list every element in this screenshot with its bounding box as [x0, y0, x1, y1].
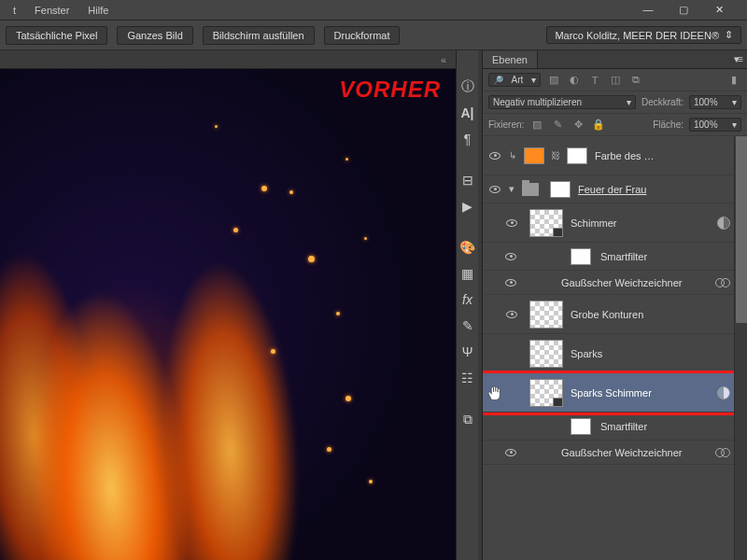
menu-item-0[interactable]: t	[4, 2, 25, 19]
layer-name[interactable]: Grobe Konturen	[571, 309, 643, 320]
layer-name[interactable]: Schimmer	[571, 217, 617, 229]
mask-thumb[interactable]	[550, 181, 571, 198]
layer-list[interactable]: ↳ ⛓ Farbe des … ▾ Feuer der Frau Schimme…	[483, 136, 747, 560]
fit-screen-button[interactable]: Ganzes Bild	[117, 26, 192, 45]
document-canvas[interactable]: VORHER	[0, 69, 456, 560]
flames-artwork	[0, 69, 456, 560]
layer-row-group-feuer[interactable]: ▾ Feuer der Frau	[483, 175, 747, 203]
filter-mask-thumb[interactable]	[571, 418, 591, 435]
layer-row-sparks[interactable]: Sparks	[483, 334, 747, 373]
swatches-icon[interactable]: ▦	[459, 265, 476, 282]
spark	[271, 349, 275, 354]
blend-options-icon[interactable]	[715, 278, 730, 287]
filter-pixel-icon[interactable]: ▨	[546, 73, 561, 88]
blendmode-combo[interactable]: Negativ multiplizieren ▾	[488, 95, 636, 109]
layer-name[interactable]: Farbe des …	[595, 150, 655, 161]
filter-shape-icon[interactable]: ◫	[608, 73, 623, 88]
layer-row-grobe[interactable]: Grobe Konturen	[483, 295, 747, 334]
transform-icon[interactable]: ⊟	[459, 172, 476, 189]
lock-all-icon[interactable]: 🔒	[591, 118, 606, 133]
layer-row-solidcolor[interactable]: ↳ ⛓ Farbe des …	[483, 136, 747, 175]
filter-row: 🔎 Art ▾ ▨ ◐ T ◫ ⧉ ▮	[483, 69, 747, 91]
opacity-value: 100%	[694, 97, 718, 107]
layer-thumb[interactable]	[529, 209, 563, 237]
visibility-toggle[interactable]	[500, 311, 524, 318]
layer-name[interactable]: Sparks	[571, 348, 602, 359]
filter-name[interactable]: Gaußscher Weichzeichner	[561, 277, 682, 288]
layer-thumb[interactable]	[524, 147, 544, 164]
paragraph-icon[interactable]: ¶	[459, 131, 476, 147]
smart-indicator-icon[interactable]	[717, 386, 730, 399]
opacity-combo[interactable]: 100%▾	[689, 95, 741, 109]
visibility-toggle[interactable]	[500, 219, 524, 227]
panel-menu-icon[interactable]: ▾≡	[728, 53, 747, 65]
clip-icon: ↳	[507, 150, 518, 161]
smart-indicator-icon[interactable]	[717, 217, 730, 230]
hand-cursor-icon	[486, 385, 503, 401]
lock-position-icon[interactable]: ✥	[571, 118, 585, 133]
layer-name[interactable]: Feuer der Frau	[578, 184, 646, 195]
layer-row-schimmer[interactable]: Schimmer	[483, 203, 747, 243]
filter-smart-icon[interactable]: ⧉	[628, 73, 643, 88]
visibility-toggle[interactable]	[505, 279, 526, 287]
filter-adjust-icon[interactable]: ◐	[567, 73, 582, 88]
filter-name[interactable]: Gaußscher Weichzeichner	[561, 447, 682, 458]
layers-tab[interactable]: Ebenen	[483, 51, 538, 68]
workspace-switcher[interactable]: Marco Kolditz, MEER DER IDEEN® ⇕	[546, 26, 741, 44]
lock-pixels-icon[interactable]: ✎	[550, 118, 565, 133]
maximize-icon[interactable]: ▢	[674, 4, 693, 16]
blend-options-icon[interactable]	[715, 448, 730, 457]
menu-item-hilfe[interactable]: Hilfe	[78, 2, 118, 19]
mask-thumb[interactable]	[567, 147, 587, 164]
close-icon[interactable]: ✕	[710, 4, 728, 16]
usb-icon[interactable]: Ψ	[459, 343, 476, 360]
smartfilter-gaussian-2[interactable]: Gaußscher Weichzeichner	[483, 441, 747, 465]
visibility-toggle[interactable]	[483, 152, 507, 160]
fill-screen-button[interactable]: Bildschirm ausfüllen	[203, 26, 315, 45]
updown-icon: ⇕	[725, 29, 733, 41]
menu-item-fenster[interactable]: Fenster	[25, 2, 78, 19]
visibility-toggle[interactable]	[505, 253, 528, 260]
filter-kind-combo[interactable]: 🔎 Art ▾	[488, 73, 541, 87]
spark	[369, 480, 373, 483]
layer-thumb[interactable]	[529, 379, 563, 407]
layer-name[interactable]: Sparks Schimmer	[571, 387, 652, 399]
print-size-button[interactable]: Druckformat	[324, 26, 401, 45]
filter-toggle-icon[interactable]: ▮	[726, 73, 741, 88]
visibility-toggle[interactable]	[483, 186, 507, 193]
link-icon: ⛓	[550, 150, 561, 161]
layer-thumb[interactable]	[529, 340, 563, 368]
folder-icon	[522, 183, 539, 196]
smartfilter-header[interactable]: Smartfilter	[483, 243, 747, 271]
character-icon[interactable]: A|	[459, 105, 476, 121]
minimize-icon[interactable]: —	[639, 4, 657, 16]
info-icon[interactable]: ⓘ	[459, 78, 476, 95]
fill-combo[interactable]: 100%▾	[689, 118, 741, 132]
color-icon[interactable]: 🎨	[459, 239, 476, 256]
smartfilter-gaussian[interactable]: Gaußscher Weichzeichner	[483, 271, 747, 295]
cube-icon[interactable]: ⧉	[459, 411, 476, 427]
lock-transparent-icon[interactable]: ▨	[529, 118, 544, 133]
canvas-area[interactable]: « VORHER	[0, 50, 456, 560]
layer-thumb[interactable]	[529, 301, 563, 329]
layer-row-sparks-schimmer[interactable]: Sparks Schimmer	[483, 373, 747, 413]
disclosure-down-icon[interactable]: ▾	[509, 183, 514, 195]
workspace-label: Marco Kolditz, MEER DER IDEEN®	[555, 30, 719, 41]
collapse-icon[interactable]: «	[441, 54, 446, 65]
scroll-thumb[interactable]	[736, 136, 747, 323]
spark	[336, 312, 340, 315]
visibility-toggle[interactable]	[505, 449, 526, 456]
actual-pixels-button[interactable]: Tatsächliche Pixel	[6, 26, 107, 45]
lock-label: Fixieren:	[488, 119, 524, 130]
smartfilter-header-2[interactable]: Smartfilter	[483, 413, 747, 441]
styles-icon[interactable]: fx	[459, 291, 476, 308]
play-icon[interactable]: ▶	[459, 198, 476, 215]
spark	[345, 158, 348, 161]
filter-type-icon[interactable]: T	[587, 73, 602, 88]
brush-icon[interactable]: ✎	[459, 317, 476, 334]
properties-icon[interactable]: ☷	[459, 370, 476, 386]
panel-dock-left: ⓘ A| ¶ ⊟ ▶ 🎨 ▦ fx ✎ Ψ ☷ ⧉	[456, 50, 478, 560]
menubar[interactable]: t Fenster Hilfe — ▢ ✕	[0, 0, 747, 21]
filter-mask-thumb[interactable]	[571, 248, 591, 265]
scrollbar[interactable]	[734, 136, 747, 560]
